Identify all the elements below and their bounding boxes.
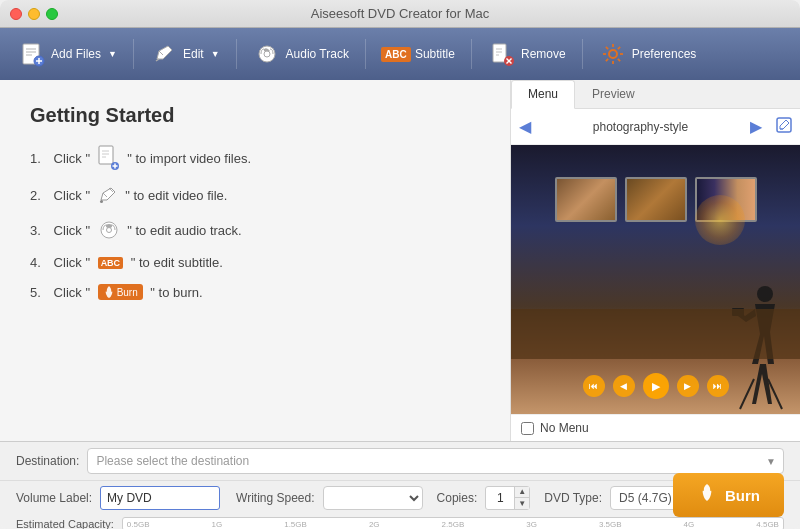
toolbar-sep-5 — [582, 39, 583, 69]
no-menu-label[interactable]: No Menu — [540, 421, 589, 435]
step-2-icon — [98, 185, 118, 205]
thumbnail-2 — [625, 177, 687, 222]
audio-track-icon — [253, 40, 281, 68]
svg-line-24 — [606, 59, 608, 61]
svg-line-22 — [618, 59, 620, 61]
svg-rect-9 — [493, 44, 506, 62]
main-content: Getting Started 1. Click " " to import v… — [0, 80, 800, 441]
toolbar-sep-4 — [471, 39, 472, 69]
writing-speed-select[interactable] — [323, 486, 423, 510]
step-3-num: 3. — [30, 223, 50, 238]
thumbnail-row — [511, 165, 800, 234]
copies-up-button[interactable]: ▲ — [515, 487, 529, 498]
toolbar-sep-2 — [236, 39, 237, 69]
toolbar-sep-3 — [365, 39, 366, 69]
edit-icon — [150, 40, 178, 68]
add-files-button[interactable]: Add Files ▼ — [8, 34, 127, 74]
subtitle-button[interactable]: ABC Subtitle — [372, 34, 465, 74]
rewind-button[interactable]: ◀ — [613, 375, 635, 397]
preview-nav: ◀ photography-style ▶ — [511, 109, 800, 145]
no-menu-row: No Menu — [511, 414, 800, 441]
step-2-before: Click " — [50, 188, 94, 203]
step-5-before: Click " — [50, 285, 94, 300]
step-2-after: " to edit video file. — [122, 188, 228, 203]
capacity-label: Estimated Capacity: — [16, 518, 114, 529]
burn-label: Burn — [725, 487, 760, 504]
no-menu-checkbox[interactable] — [521, 422, 534, 435]
close-button[interactable] — [10, 8, 22, 20]
ground — [511, 309, 800, 359]
bottom-area: Destination: Please select the destinati… — [0, 441, 800, 529]
volume-input[interactable] — [100, 486, 220, 510]
svg-rect-36 — [777, 118, 791, 132]
preferences-label: Preferences — [632, 47, 697, 61]
audio-track-button[interactable]: Audio Track — [243, 34, 359, 74]
step-2: 2. Click " " to edit video file. — [30, 185, 480, 205]
sun-glow — [695, 195, 745, 245]
edit-style-button[interactable] — [776, 117, 792, 136]
burn-fire-icon — [697, 482, 717, 509]
preview-image: ⏮ ◀ ▶ ▶ ⏭ — [511, 145, 800, 414]
remove-label: Remove — [521, 47, 566, 61]
edit-button[interactable]: Edit ▼ — [140, 34, 230, 74]
traffic-lights[interactable] — [10, 8, 58, 20]
burn-button[interactable]: Burn — [673, 473, 784, 517]
step-1-before: Click " — [50, 151, 94, 166]
rewind-start-button[interactable]: ⏮ — [583, 375, 605, 397]
forward-button[interactable]: ▶ — [677, 375, 699, 397]
step-5-after: " to burn. — [147, 285, 203, 300]
svg-point-16 — [609, 50, 617, 58]
maximize-button[interactable] — [46, 8, 58, 20]
add-files-label: Add Files — [51, 47, 101, 61]
subtitle-label: Subtitle — [415, 47, 455, 61]
step-1-after: " to import video files. — [124, 151, 251, 166]
svg-rect-25 — [99, 146, 113, 164]
step-5-num: 5. — [30, 285, 50, 300]
thumbnail-1 — [555, 177, 617, 222]
audio-track-label: Audio Track — [286, 47, 349, 61]
destination-select[interactable]: Please select the destination — [87, 448, 784, 474]
copies-input[interactable] — [486, 491, 514, 505]
window-title: Aiseesoft DVD Creator for Mac — [311, 6, 489, 21]
volume-label: Volume Label: — [16, 491, 92, 505]
step-3: 3. Click " " to edit audio track. — [30, 219, 480, 241]
toolbar-sep-1 — [133, 39, 134, 69]
copies-spinner: ▲ ▼ — [485, 486, 530, 510]
menu-tab[interactable]: Menu — [511, 80, 575, 109]
step-4-before: Click " — [50, 255, 94, 270]
minimize-button[interactable] — [28, 8, 40, 20]
step-4-after: " to edit subtitle. — [127, 255, 223, 270]
style-name: photography-style — [539, 120, 742, 134]
forward-end-button[interactable]: ⏭ — [707, 375, 729, 397]
step-1-num: 1. — [30, 151, 50, 166]
preview-tab[interactable]: Preview — [575, 80, 652, 108]
step-4-num: 4. — [30, 255, 50, 270]
svg-point-37 — [757, 286, 773, 302]
step-5: 5. Click " Burn " to burn. — [30, 284, 480, 300]
svg-line-21 — [606, 47, 608, 49]
add-files-icon — [18, 40, 46, 68]
copies-down-button[interactable]: ▼ — [515, 498, 529, 509]
step-2-num: 2. — [30, 188, 50, 203]
svg-point-8 — [264, 51, 270, 57]
step-3-before: Click " — [50, 223, 94, 238]
step-4: 4. Click " ABC " to edit subtitle. — [30, 255, 480, 270]
svg-point-35 — [106, 228, 111, 233]
spinner-buttons: ▲ ▼ — [514, 487, 529, 509]
dvd-type-label: DVD Type: — [544, 491, 602, 505]
preferences-button[interactable]: Preferences — [589, 34, 707, 74]
prev-style-button[interactable]: ◀ — [519, 117, 531, 136]
svg-point-32 — [100, 200, 103, 203]
step-4-icon: ABC — [98, 257, 124, 269]
step-3-after: " to edit audio track. — [124, 223, 242, 238]
next-style-button[interactable]: ▶ — [750, 117, 762, 136]
step-1-icon — [98, 145, 120, 171]
preferences-icon — [599, 40, 627, 68]
svg-line-23 — [618, 47, 620, 49]
capacity-row: Estimated Capacity: 0.5GB 1G 1.5GB 2G 2.… — [0, 515, 800, 529]
edit-label: Edit — [183, 47, 204, 61]
step-5-icon: Burn — [98, 284, 143, 300]
play-button[interactable]: ▶ — [643, 373, 669, 399]
remove-button[interactable]: Remove — [478, 34, 576, 74]
capacity-bar: 0.5GB 1G 1.5GB 2G 2.5GB 3G 3.5GB 4G 4.5G… — [122, 517, 784, 529]
